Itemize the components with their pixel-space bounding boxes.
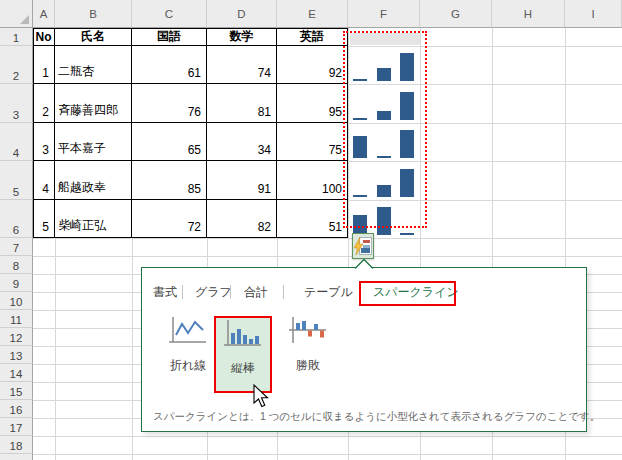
table-cell-eigo[interactable]: 75 (277, 123, 348, 161)
table-cell-eigo[interactable]: 92 (277, 46, 348, 84)
popup-arrow-notch (353, 258, 375, 270)
tab-separator (230, 285, 231, 299)
select-all-corner[interactable] (0, 0, 33, 28)
button-winloss-sparkline[interactable]: 勝敗 (283, 317, 333, 377)
table-cell-no[interactable]: 2 (33, 84, 55, 123)
lightning-icon (353, 237, 365, 256)
table-cell-no[interactable]: 5 (33, 200, 55, 238)
tab-separator (283, 285, 284, 299)
winloss-sparkline-icon (289, 317, 327, 349)
column-header-d[interactable]: D (207, 0, 277, 28)
button-column-sparkline[interactable]: 縦棒 (214, 316, 272, 393)
column-header-c[interactable]: C (132, 0, 207, 28)
button-label: 折れ線 (170, 357, 206, 374)
sparkline-bar (400, 233, 414, 235)
button-label: 勝敗 (296, 357, 320, 374)
tab-tables[interactable]: テーブル (304, 284, 353, 301)
table-cell-sugaku[interactable]: 82 (207, 200, 277, 238)
row-header-6[interactable]: 6 (0, 200, 33, 238)
column-header-f[interactable]: F (348, 0, 420, 28)
column-header-i[interactable]: I (565, 0, 622, 28)
row-header-15[interactable]: 15 (0, 382, 33, 400)
table-cell-eigo[interactable]: 95 (277, 84, 348, 123)
row-header-7[interactable]: 7 (0, 238, 33, 256)
row-header-14[interactable]: 14 (0, 364, 33, 382)
table-cell-kokugo[interactable]: 72 (132, 200, 207, 238)
table-cell-sugaku[interactable]: 91 (207, 161, 277, 200)
tab-totals[interactable]: 合計 (244, 284, 268, 301)
table-cell-kokugo[interactable]: 85 (132, 161, 207, 200)
table-cell-kokugo[interactable]: 65 (132, 123, 207, 161)
tab-separator (182, 285, 183, 299)
table-cell-sugaku[interactable]: 74 (207, 46, 277, 84)
row-header-19[interactable]: 19 (0, 454, 33, 460)
table-cell-no[interactable]: 3 (33, 123, 55, 161)
quick-analysis-popup: 書式グラフ合計テーブルスパークライン 折れ線縦棒勝敗 スパークラインとは、1 つ… (141, 267, 587, 432)
table-cell-name[interactable]: 柴崎正弘 (55, 200, 132, 238)
row-header-4[interactable]: 4 (0, 123, 33, 161)
table-cell-no[interactable]: 4 (33, 161, 55, 200)
row-header-8[interactable]: 8 (0, 256, 33, 274)
quick-analysis-button[interactable] (352, 233, 374, 259)
table-header-cell[interactable]: No (33, 28, 55, 46)
button-label: 縦棒 (231, 360, 255, 377)
sparkline-range-dashed-annotation (343, 31, 427, 228)
row-header-18[interactable]: 18 (0, 436, 33, 454)
spreadsheet: 12345678910111213141516171819 ABCDEFGHI … (0, 0, 622, 460)
row-header-9[interactable]: 9 (0, 274, 33, 292)
line-sparkline-icon (169, 317, 207, 349)
table-header-cell[interactable]: 数学 (207, 28, 277, 46)
table-cell-name[interactable]: 船越政幸 (55, 161, 132, 200)
table-cell-eigo[interactable]: 100 (277, 161, 348, 200)
row-header-16[interactable]: 16 (0, 400, 33, 418)
table-header-cell[interactable]: 国語 (132, 28, 207, 46)
mouse-cursor (253, 384, 273, 410)
column-header-h[interactable]: H (492, 0, 565, 28)
row-header-13[interactable]: 13 (0, 346, 33, 364)
annotation-box-sparkline-tab (359, 281, 456, 306)
row-header-2[interactable]: 2 (0, 46, 33, 84)
row-header-1[interactable]: 1 (0, 28, 33, 46)
table-cell-name[interactable]: 二瓶杏 (55, 46, 132, 84)
table-cell-sugaku[interactable]: 34 (207, 123, 277, 161)
table-cell-name[interactable]: 平本嘉子 (55, 123, 132, 161)
table-cell-no[interactable]: 1 (33, 46, 55, 84)
row-header-10[interactable]: 10 (0, 292, 33, 310)
gridline-horizontal (33, 256, 622, 257)
row-header-11[interactable]: 11 (0, 310, 33, 328)
button-line-sparkline[interactable]: 折れ線 (161, 317, 215, 377)
table-cell-kokugo[interactable]: 76 (132, 84, 207, 123)
table-header-cell[interactable]: 氏名 (55, 28, 132, 46)
row-header-12[interactable]: 12 (0, 328, 33, 346)
table-cell-sugaku[interactable]: 81 (207, 84, 277, 123)
row-header-3[interactable]: 3 (0, 84, 33, 123)
table-cell-eigo[interactable]: 51 (277, 200, 348, 238)
sparkline-description: スパークラインとは、1 つのセルに収まるように小型化されて表示されるグラフのこと… (153, 410, 600, 424)
table-cell-kokugo[interactable]: 61 (132, 46, 207, 84)
row-header-5[interactable]: 5 (0, 161, 33, 200)
tab-charts[interactable]: グラフ (195, 284, 232, 301)
tab-format[interactable]: 書式 (153, 284, 177, 301)
gridline-horizontal (33, 436, 622, 437)
column-header-e[interactable]: E (277, 0, 348, 28)
table-cell-name[interactable]: 斉藤善四郎 (55, 84, 132, 123)
column-header-b[interactable]: B (55, 0, 132, 28)
gridline-horizontal (33, 238, 622, 239)
column-header-g[interactable]: G (420, 0, 492, 28)
gridline-horizontal (33, 454, 622, 455)
column-header-a[interactable]: A (33, 0, 55, 28)
table-header-cell[interactable]: 英語 (277, 28, 348, 46)
row-header-17[interactable]: 17 (0, 418, 33, 436)
column-sparkline-icon (224, 320, 262, 352)
